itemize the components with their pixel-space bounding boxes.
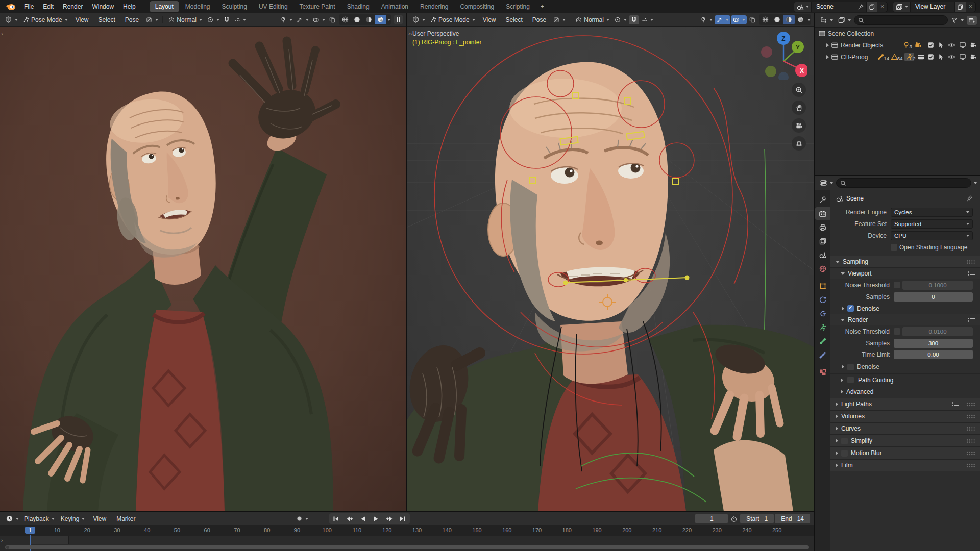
scene-name[interactable]: Scene	[812, 3, 855, 10]
expand-arrow-icon[interactable]	[826, 43, 829, 47]
tab-bone[interactable]	[815, 335, 830, 347]
section-light-paths[interactable]: Light Paths	[830, 398, 980, 410]
expand-arrow-icon[interactable]	[842, 365, 844, 369]
pan-tool-button[interactable]	[792, 101, 806, 115]
rn-time-limit-value[interactable]: 0.00	[894, 350, 973, 359]
workspace-tab-rendering[interactable]: Rendering	[414, 1, 454, 12]
tab-object[interactable]	[815, 280, 830, 292]
snap-settings-dropdown[interactable]	[640, 15, 655, 24]
topbar-menu-edit[interactable]: Edit	[38, 2, 58, 12]
tab-armature-data[interactable]	[815, 321, 830, 334]
workspace-tab-modeling[interactable]: Modeling	[180, 1, 216, 12]
timeline-view-menu[interactable]: View	[88, 514, 111, 524]
ortho-toggle-button[interactable]	[792, 136, 806, 151]
playback-menu[interactable]: Playback	[21, 514, 57, 523]
timeline-editor-type-button[interactable]	[4, 514, 20, 523]
editor-type-button[interactable]	[410, 15, 427, 24]
timeline-scrollbar[interactable]	[5, 545, 809, 549]
tab-physics[interactable]	[815, 293, 830, 306]
pin-icon[interactable]	[966, 195, 973, 202]
shading-rendered-button[interactable]	[375, 15, 386, 24]
view-layer-name[interactable]: View Layer	[911, 3, 954, 10]
keying-menu[interactable]: Keying	[58, 514, 88, 523]
frame-start-field[interactable]: Start 1	[740, 514, 774, 523]
blender-logo-icon[interactable]	[5, 2, 16, 11]
section-film[interactable]: Film	[830, 459, 980, 471]
preset-icon[interactable]	[968, 318, 975, 322]
scene-unlink-button[interactable]: ×	[877, 3, 887, 10]
hide-viewport-icon[interactable]	[948, 54, 955, 60]
selectable-icon[interactable]	[938, 54, 944, 60]
section-simplify[interactable]: Simplify	[830, 435, 980, 447]
outliner-row-ch-proog[interactable]: CH-Proog 14 64 2	[815, 51, 980, 63]
topbar-menu-help[interactable]: Help	[118, 2, 140, 12]
preset-icon[interactable]	[952, 402, 960, 406]
outliner-display-mode-dropdown[interactable]	[836, 15, 852, 25]
preset-icon[interactable]	[968, 271, 975, 276]
workspace-tab-shading[interactable]: Shading	[341, 1, 375, 12]
hide-viewport-icon[interactable]	[948, 42, 955, 48]
disable-viewports-icon[interactable]	[959, 54, 966, 60]
rn-noise-threshold-checkbox[interactable]	[894, 328, 900, 335]
play-button[interactable]	[370, 514, 383, 523]
view-layer-copy-button[interactable]	[954, 2, 966, 12]
editor-type-button[interactable]	[3, 15, 19, 24]
vp-noise-threshold-value[interactable]: 0.1000	[902, 281, 973, 290]
camera-view-button[interactable]	[792, 118, 806, 133]
workspace-tab-texture-paint[interactable]: Texture Paint	[294, 1, 341, 12]
jump-to-end-button[interactable]	[396, 514, 409, 523]
snap-settings-dropdown[interactable]	[232, 15, 248, 24]
shading-material-button[interactable]	[363, 15, 375, 24]
render-engine-dropdown[interactable]: Cycles	[891, 208, 973, 217]
tab-tool[interactable]	[815, 193, 830, 206]
properties-search-input[interactable]	[836, 178, 971, 188]
view-layer-remove-button[interactable]: ×	[966, 3, 975, 10]
outliner-editor-type-button[interactable]	[818, 15, 835, 25]
workspace-tab-uv-editing[interactable]: UV Editing	[253, 1, 293, 12]
tab-scene[interactable]	[815, 248, 830, 261]
motion-blur-checkbox[interactable]	[841, 450, 848, 457]
workspace-tab-scripting[interactable]: Scripting	[500, 1, 535, 12]
next-keyframe-button[interactable]	[383, 514, 396, 523]
tab-bone-constraints[interactable]	[815, 348, 830, 361]
snap-toggle[interactable]	[629, 15, 639, 24]
timeline-ruler-area[interactable]: 1020304050607080901001101201301401501601…	[0, 525, 814, 551]
scene-copy-button[interactable]	[866, 2, 877, 12]
properties-editor-type-button[interactable]	[818, 178, 835, 188]
show-gizmo-toggle[interactable]	[295, 15, 310, 24]
section-path-guiding[interactable]: Path Guiding	[830, 373, 980, 386]
view-layer-browse-button[interactable]	[893, 2, 911, 12]
exclude-checkbox-icon[interactable]	[927, 42, 934, 48]
tab-texture[interactable]	[815, 366, 830, 379]
shading-wireframe-button[interactable]	[760, 15, 771, 24]
vp-noise-threshold-checkbox[interactable]	[894, 282, 900, 288]
auto-keying-toggle[interactable]	[295, 514, 310, 523]
playhead-badge[interactable]: 1	[25, 527, 35, 534]
frame-end-field[interactable]: End 14	[775, 514, 810, 523]
scene-pin-icon[interactable]	[855, 2, 866, 12]
tab-render[interactable]	[815, 207, 830, 220]
section-sampling-render[interactable]: Render	[830, 314, 980, 325]
shading-solid-button[interactable]	[351, 15, 363, 24]
timeline-marker-menu[interactable]: Marker	[112, 514, 140, 524]
section-sampling[interactable]: Sampling	[830, 256, 980, 268]
pivot-point-dropdown[interactable]	[612, 15, 628, 24]
vp-denoise-checkbox[interactable]	[847, 305, 854, 312]
section-motion-blur[interactable]: Motion Blur	[830, 447, 980, 459]
zoom-tool-button[interactable]	[792, 83, 806, 97]
show-overlays-toggle[interactable]	[731, 15, 747, 24]
add-workspace-button[interactable]: +	[536, 2, 548, 11]
orientation-dropdown[interactable]: Normal	[165, 15, 205, 24]
show-overlays-toggle[interactable]	[311, 15, 327, 24]
shading-rendered-button[interactable]	[795, 15, 806, 24]
mode-dropdown[interactable]: Pose Mode	[427, 15, 478, 24]
tab-output[interactable]	[815, 221, 830, 234]
workspace-tab-layout[interactable]: Layout	[150, 1, 179, 12]
shading-wireframe-button[interactable]	[339, 15, 351, 24]
render-pause-button[interactable]	[394, 15, 404, 24]
osl-checkbox[interactable]	[891, 244, 897, 251]
pivot-point-dropdown[interactable]	[205, 15, 221, 24]
snap-toggle[interactable]	[222, 15, 232, 24]
timeline-ruler-ticks[interactable]: 1020304050607080901001101201301401501601…	[0, 525, 814, 536]
feature-set-dropdown[interactable]: Supported	[891, 219, 973, 229]
